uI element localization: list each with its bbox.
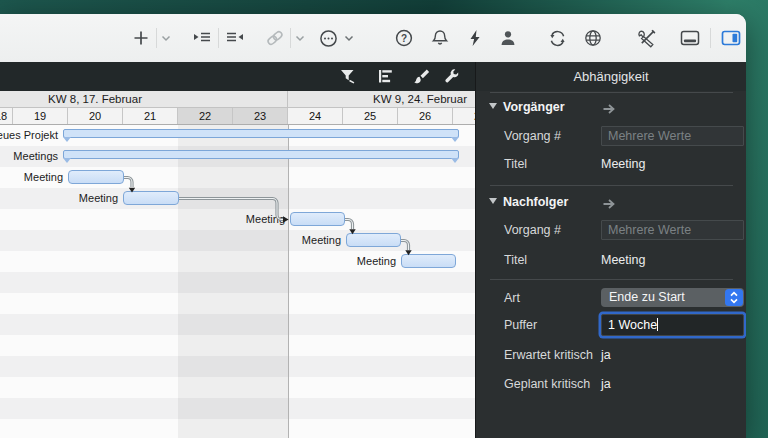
week-label: KW 8, 17. Februar [0,91,288,108]
gantt-chart: Neues Projekt Meetings Meeting Meeting M… [0,125,475,438]
field-label: Erwartet kritisch [504,345,593,366]
bell-icon[interactable] [430,14,450,62]
inspector-title: Abhängigkeit [476,62,746,91]
outline-icon[interactable] [376,67,395,86]
day-cell-weekend: 23 [233,108,288,124]
gantt-day-header: 18 19 20 21 22 23 24 25 26 27 [0,108,475,125]
disclosure-triangle-icon[interactable] [489,198,497,204]
brush-icon[interactable] [411,67,430,86]
field-label: Vorgang # [504,220,561,241]
link-icon[interactable] [264,14,286,62]
day-cell-weekend: 22 [178,108,233,124]
window-toolbar: ? [0,14,746,62]
chevron-down-icon[interactable] [343,14,355,62]
art-popup-button[interactable]: Ende zu Start [601,288,744,307]
gantt-view: KW 8, 17. Februar KW 9, 24. Februar 18 1… [0,62,475,438]
globe-icon[interactable] [583,14,603,62]
successor-section-header: Nachfolger [476,193,746,211]
day-cell: 25 [343,108,398,124]
disclosure-triangle-icon[interactable] [489,103,497,109]
vorgang-number-input[interactable]: Mehrere Werte [601,220,744,240]
separator [490,92,733,93]
desktop: ? [0,0,768,438]
day-cell: 24 [288,108,343,124]
field-row: Vorgang # Mehrere Werte [476,220,746,241]
help-icon[interactable]: ? [394,14,414,62]
plus-icon[interactable] [131,14,151,62]
field-row: Titel Meeting [476,154,746,175]
day-cell: 19 [13,108,68,124]
section-title: Vorgänger [503,98,565,116]
field-label: Art [504,288,520,309]
popup-stepper-icon [725,289,743,306]
field-row: Puffer 1 Woche [476,315,746,336]
toolbar-divider [290,28,291,48]
text-caret [657,318,658,331]
bolt-icon[interactable] [466,14,484,62]
field-row: Art Ende zu Start [476,288,746,309]
field-row: Geplant kritisch ja [476,374,746,395]
tools-icon[interactable] [636,14,658,62]
puffer-input[interactable]: 1 Woche [601,314,744,336]
titel-value: Meeting [601,154,645,175]
field-label: Geplant kritisch [504,374,590,395]
ellipsis-circle-icon[interactable] [318,14,339,62]
bottom-panel-icon[interactable] [679,14,701,62]
day-cell: 21 [123,108,178,124]
titel-value: Meeting [601,250,645,271]
day-cell: 20 [68,108,123,124]
field-label: Titel [504,154,527,175]
toolbar-divider [710,28,711,48]
goto-arrow-icon[interactable] [602,196,616,214]
outdent-icon[interactable] [224,14,246,62]
right-panel-icon[interactable] [720,14,742,62]
toolbar-divider [218,28,219,48]
field-label: Vorgang # [504,126,561,147]
app-window: ? [0,14,746,438]
goto-arrow-icon[interactable] [602,101,616,119]
field-row: Titel Meeting [476,250,746,271]
field-label: Titel [504,250,527,271]
puffer-value: 1 Woche [608,318,657,332]
geplant-value: ja [601,374,611,395]
dependency-connectors [0,125,475,438]
separator [490,279,733,280]
person-icon[interactable] [498,14,518,62]
toolbar-divider [156,28,157,48]
day-cell: 26 [398,108,453,124]
week-label: KW 9, 24. Februar [288,91,471,108]
wrench-icon[interactable] [442,67,461,86]
sync-icon[interactable] [547,14,568,62]
section-title: Nachfolger [503,193,568,211]
field-row: Vorgang # Mehrere Werte [476,126,746,147]
vorgang-number-input[interactable]: Mehrere Werte [601,126,744,146]
gantt-toolbar [0,62,475,91]
filter-icon[interactable] [338,67,357,86]
predecessor-section-header: Vorgänger [476,98,746,116]
gantt-week-header: KW 8, 17. Februar KW 9, 24. Februar [0,91,475,108]
content-area: KW 8, 17. Februar KW 9, 24. Februar 18 1… [0,62,746,438]
svg-text:?: ? [401,33,407,44]
separator [490,185,733,186]
art-popup-value: Ende zu Start [609,290,685,304]
day-cell: 18 [0,108,13,124]
erwartet-value: ja [601,345,611,366]
indent-icon[interactable] [191,14,213,62]
chevron-down-icon[interactable] [294,14,306,62]
day-cell: 27 [453,108,475,124]
inspector-panel: Abhängigkeit Vorgänger Vorgang # Mehrere… [475,62,746,438]
field-label: Puffer [504,315,537,336]
chevron-down-icon[interactable] [160,14,172,62]
field-row: Erwartet kritisch ja [476,345,746,366]
